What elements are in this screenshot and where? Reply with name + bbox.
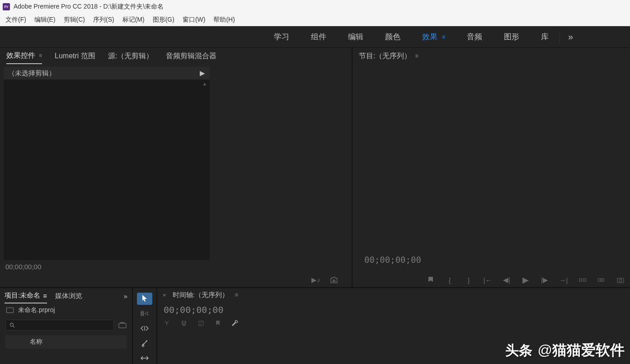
watermark-brand: 头条 <box>505 341 532 360</box>
project-search-input[interactable] <box>5 320 114 331</box>
workspace-tab-graphics[interactable]: 图形 <box>493 26 530 47</box>
svg-rect-0 <box>579 279 582 281</box>
program-timecode[interactable]: 00;00;00;00 <box>364 255 421 265</box>
project-panel: 项目:未命名 ≡ 媒体浏览 » 未命名.prproj 名称 <box>0 288 133 364</box>
scroll-up-icon[interactable]: ▲ <box>202 81 207 86</box>
search-icon <box>9 322 15 328</box>
source-playback-controls: ▶♪ <box>0 273 352 287</box>
play-icon[interactable]: ▶ <box>521 275 531 285</box>
panel-menu-icon[interactable]: ≡ <box>235 292 238 298</box>
export-frame-icon[interactable] <box>616 277 625 283</box>
title-bar: Pr Adobe Premiere Pro CC 2018 - D:\新建文件夹… <box>0 0 630 14</box>
panel-menu-icon[interactable]: ≡ <box>43 292 47 299</box>
source-panel-tabs: 效果控件≡ Lumetri 范围 源:（无剪辑） 音频剪辑混合器 <box>0 48 352 64</box>
no-clip-selected-label: （未选择剪辑） <box>8 69 56 78</box>
menu-edit[interactable]: 编辑(E) <box>31 14 59 26</box>
menu-window[interactable]: 窗口(W) <box>179 14 209 26</box>
watermark: 头条 @猫猫爱软件 <box>505 341 625 360</box>
svg-rect-1 <box>583 279 586 281</box>
tab-effect-controls[interactable]: 效果控件≡ <box>6 48 42 64</box>
hamburger-icon[interactable]: ≡ <box>442 34 445 40</box>
panel-menu-icon[interactable]: ≡ <box>39 52 42 59</box>
timeline-toolbar <box>157 318 630 329</box>
workspace-more-button[interactable]: » <box>560 32 581 42</box>
program-monitor[interactable]: 00;00;00;00 <box>353 64 630 273</box>
tools-panel <box>133 288 157 364</box>
step-back-icon[interactable]: ◀| <box>502 276 512 284</box>
program-panel-tabs: 节目:（无序列） ≡ <box>353 48 630 64</box>
menu-graphics[interactable]: 图形(G) <box>149 14 178 26</box>
step-forward-icon[interactable]: |▶ <box>540 276 550 284</box>
slip-tool[interactable] <box>137 352 152 364</box>
menu-file[interactable]: 文件(F) <box>2 14 30 26</box>
tab-project[interactable]: 项目:未命名 ≡ <box>5 289 47 303</box>
window-title: Adobe Premiere Pro CC 2018 - D:\新建文件夹\未命… <box>14 3 164 11</box>
menu-bar: 文件(F) 编辑(E) 剪辑(C) 序列(S) 标记(M) 图形(G) 窗口(W… <box>0 14 630 26</box>
project-column-name[interactable]: 名称 <box>5 335 127 349</box>
svg-line-7 <box>13 326 14 327</box>
menu-help[interactable]: 帮助(H) <box>210 14 238 26</box>
linked-selection-icon[interactable] <box>198 320 204 327</box>
timeline-title[interactable]: 时间轴:（无序列） <box>173 291 229 299</box>
svg-point-5 <box>619 279 622 282</box>
ripple-edit-tool[interactable] <box>137 322 152 335</box>
workspace-tab-color[interactable]: 颜色 <box>374 26 411 47</box>
effect-controls-header: （未选择剪辑） ▶ <box>4 67 210 79</box>
play-around-icon[interactable]: ▶♪ <box>311 276 321 284</box>
workspace-tab-audio[interactable]: 音频 <box>456 26 493 47</box>
menu-clip[interactable]: 剪辑(C) <box>60 14 89 26</box>
play-icon[interactable]: ▶ <box>200 69 205 77</box>
new-bin-icon[interactable] <box>118 322 127 328</box>
menu-marker[interactable]: 标记(M) <box>119 14 148 26</box>
tab-program[interactable]: 节目:（无序列） ≡ <box>359 49 418 64</box>
workspace-bar: 学习 组件 编辑 颜色 效果≡ 音频 图形 库 » <box>0 26 630 48</box>
panel-menu-icon[interactable]: ≡ <box>415 53 418 59</box>
tab-source[interactable]: 源:（无剪辑） <box>108 49 153 64</box>
workspace-tab-learn[interactable]: 学习 <box>263 26 300 47</box>
effect-controls-body: ▲ <box>4 79 210 260</box>
export-frame-icon[interactable] <box>329 277 339 283</box>
app-icon: Pr <box>3 3 10 10</box>
tab-lumetri-scopes[interactable]: Lumetri 范围 <box>55 49 95 64</box>
timeline-timecode[interactable]: 00;00;00;00 <box>157 302 630 318</box>
workspace-tab-effects[interactable]: 效果≡ <box>411 26 456 47</box>
project-file-label: 未命名.prproj <box>0 303 132 317</box>
in-point-icon[interactable]: { <box>445 276 455 284</box>
svg-rect-8 <box>119 323 126 328</box>
program-playback-controls: { } |← ◀| ▶ |▶ →| <box>353 273 630 287</box>
lift-icon[interactable] <box>578 277 588 283</box>
main-area: 效果控件≡ Lumetri 范围 源:（无剪辑） 音频剪辑混合器 （未选择剪辑）… <box>0 48 630 287</box>
effect-controls-timecode[interactable]: 00;00;00;00 <box>4 260 348 273</box>
workspace-tab-editing[interactable]: 编辑 <box>337 26 374 47</box>
tab-audio-clip-mixer[interactable]: 音频剪辑混合器 <box>166 49 216 64</box>
selection-tool[interactable] <box>137 293 152 305</box>
out-point-icon[interactable]: } <box>464 276 474 284</box>
razor-tool[interactable] <box>137 337 152 349</box>
source-panel: 效果控件≡ Lumetri 范围 源:（无剪辑） 音频剪辑混合器 （未选择剪辑）… <box>0 48 353 287</box>
settings-icon[interactable] <box>231 320 239 327</box>
go-to-out-icon[interactable]: →| <box>559 276 569 284</box>
magnet-icon[interactable] <box>181 320 187 327</box>
track-select-tool[interactable] <box>137 308 152 320</box>
add-marker-icon[interactable] <box>215 320 221 327</box>
extract-icon[interactable] <box>597 277 606 283</box>
project-more-button[interactable]: » <box>124 292 127 300</box>
workspace-tab-libraries[interactable]: 库 <box>530 26 559 47</box>
svg-rect-2 <box>598 279 601 281</box>
marker-icon[interactable] <box>426 276 436 284</box>
program-panel: 节目:（无序列） ≡ 00;00;00;00 { } |← ◀| ▶ |▶ →| <box>353 48 630 287</box>
svg-point-6 <box>10 323 14 327</box>
svg-rect-3 <box>602 279 604 281</box>
tab-media-browser[interactable]: 媒体浏览 <box>55 289 82 303</box>
folder-icon <box>6 308 14 313</box>
workspace-tab-assembly[interactable]: 组件 <box>300 26 337 47</box>
go-to-in-icon[interactable]: |← <box>483 276 493 284</box>
timeline-close-icon[interactable]: × <box>163 292 166 299</box>
snap-icon[interactable] <box>164 320 170 327</box>
menu-sequence[interactable]: 序列(S) <box>89 14 118 26</box>
